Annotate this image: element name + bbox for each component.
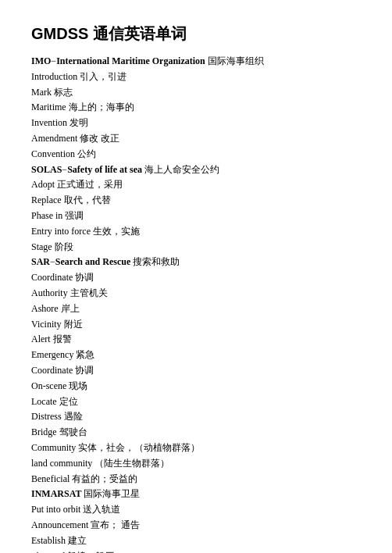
list-item: Entry into force 生效，实施 xyxy=(31,224,361,240)
list-item: SOLAS−Safety of life at sea 海上人命安全公约 xyxy=(31,162,361,178)
list-item: Introduction 引入，引进 xyxy=(31,70,361,85)
list-item: Put into orbit 送入轨道 xyxy=(31,502,361,518)
list-item: Coordinate 协调 xyxy=(31,270,361,286)
list-item: Maritime 海上的；海事的 xyxy=(31,100,361,116)
list-item: Coordinate 协调 xyxy=(31,363,361,379)
list-item: Amendment 修改 改正 xyxy=(31,131,361,147)
list-item: Replace 取代，代替 xyxy=(31,193,361,209)
list-item: Beneficial 有益的；受益的 xyxy=(31,472,361,487)
list-item: On-scene 现场 xyxy=(31,379,361,394)
list-item: Ashore 岸上 xyxy=(31,301,361,317)
list-item: Adopt 正式通过，采用 xyxy=(31,177,361,193)
list-item: Locate 定位 xyxy=(31,394,361,410)
list-item: Vicinity 附近 xyxy=(31,317,361,333)
list-item: Emergency 紧急 xyxy=(31,348,361,363)
list-item: Announcement 宣布； 通告 xyxy=(31,518,361,533)
page-title: GMDSS 通信英语单词 xyxy=(31,23,361,45)
list-item: IMO−International Maritime Organization … xyxy=(31,54,361,70)
list-item: SAR−Search and Rescue 搜索和救助 xyxy=(31,255,361,270)
list-item: Shipyard 船坞；船厂 xyxy=(31,549,361,554)
list-item: Phase in 强调 xyxy=(31,209,361,224)
list-item: Alert 报警 xyxy=(31,332,361,348)
list-item: Mark 标志 xyxy=(31,85,361,101)
entries-container: IMO−International Maritime Organization … xyxy=(31,54,361,553)
list-item: Bridge 驾驶台 xyxy=(31,425,361,441)
list-item: Invention 发明 xyxy=(31,116,361,131)
list-item: Stage 阶段 xyxy=(31,240,361,255)
list-item: Community 实体，社会，（动植物群落） xyxy=(31,441,361,456)
list-item: INMARSAT 国际海事卫星 xyxy=(31,487,361,502)
list-item: Authority 主管机关 xyxy=(31,286,361,301)
list-item: Establish 建立 xyxy=(31,533,361,549)
list-item: Convention 公约 xyxy=(31,147,361,162)
list-item: land community （陆生生物群落） xyxy=(31,456,361,472)
list-item: Distress 遇险 xyxy=(31,409,361,425)
